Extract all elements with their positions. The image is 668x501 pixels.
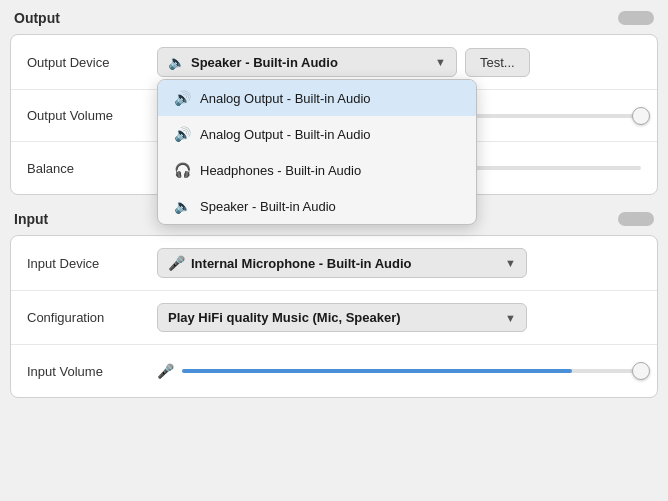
menu-item-icon-2: 🔊 — [172, 126, 192, 142]
input-device-label: Input Device — [27, 256, 157, 271]
output-card: Output Device 🔈 Speaker - Built-in Audio… — [10, 34, 658, 195]
input-device-value: Internal Microphone - Built-in Audio — [191, 256, 412, 271]
output-title: Output — [14, 10, 60, 26]
config-value: Play HiFi quality Music (Mic, Speaker) — [168, 310, 401, 325]
output-section: Output Output Device 🔈 Speaker - Built-i… — [10, 10, 658, 195]
input-section: Input Input Device 🎤 Internal Microphone… — [10, 211, 658, 398]
menu-item-icon-1: 🔊 — [172, 90, 192, 106]
test-button[interactable]: Test... — [465, 48, 530, 77]
input-device-dropdown[interactable]: 🎤 Internal Microphone - Built-in Audio ▼ — [157, 248, 527, 278]
config-label: Configuration — [27, 310, 157, 325]
menu-item-label-2: Analog Output - Built-in Audio — [200, 127, 371, 142]
input-toggle[interactable] — [618, 212, 654, 226]
menu-item-1[interactable]: 🔊 Analog Output - Built-in Audio — [158, 80, 476, 116]
output-volume-thumb[interactable] — [632, 107, 650, 125]
config-row: Configuration Play HiFi quality Music (M… — [11, 291, 657, 345]
input-volume-fill — [182, 369, 572, 373]
input-volume-track[interactable] — [182, 369, 641, 373]
input-device-content: 🎤 Internal Microphone - Built-in Audio ▼ — [157, 248, 641, 278]
menu-item-label-3: Headphones - Built-in Audio — [200, 163, 361, 178]
input-volume-content: 🎤 — [157, 363, 641, 379]
menu-item-icon-4: 🔈 — [172, 198, 192, 214]
config-dropdown[interactable]: Play HiFi quality Music (Mic, Speaker) ▼ — [157, 303, 527, 332]
menu-item-label-4: Speaker - Built-in Audio — [200, 199, 336, 214]
menu-item-4[interactable]: 🔈 Speaker - Built-in Audio — [158, 188, 476, 224]
input-card: Input Device 🎤 Internal Microphone - Bui… — [10, 235, 658, 398]
input-device-row: Input Device 🎤 Internal Microphone - Bui… — [11, 236, 657, 291]
output-device-menu: 🔊 Analog Output - Built-in Audio 🔊 Analo… — [157, 79, 477, 225]
input-title: Input — [14, 211, 48, 227]
input-volume-label: Input Volume — [27, 364, 157, 379]
config-content: Play HiFi quality Music (Mic, Speaker) ▼ — [157, 303, 641, 332]
input-device-icon: 🎤 — [168, 255, 185, 271]
output-device-label: Output Device — [27, 55, 157, 70]
output-device-dropdown-wrapper: 🔈 Speaker - Built-in Audio ▼ 🔊 Analog Ou… — [157, 47, 457, 77]
output-section-header: Output — [10, 10, 658, 26]
main-container: Output Output Device 🔈 Speaker - Built-i… — [10, 10, 658, 398]
config-arrow: ▼ — [505, 312, 516, 324]
output-device-row: Output Device 🔈 Speaker - Built-in Audio… — [11, 35, 657, 90]
input-volume-slider-container — [182, 369, 641, 373]
output-toggle[interactable] — [618, 11, 654, 25]
menu-item-3[interactable]: 🎧 Headphones - Built-in Audio — [158, 152, 476, 188]
output-device-content: 🔈 Speaker - Built-in Audio ▼ 🔊 Analog Ou… — [157, 47, 641, 77]
input-volume-row: Input Volume 🎤 — [11, 345, 657, 397]
output-device-value: Speaker - Built-in Audio — [191, 55, 338, 70]
balance-label: Balance — [27, 161, 157, 176]
output-device-arrow: ▼ — [435, 56, 446, 68]
menu-item-2[interactable]: 🔊 Analog Output - Built-in Audio — [158, 116, 476, 152]
menu-item-icon-3: 🎧 — [172, 162, 192, 178]
input-volume-icon: 🎤 — [157, 363, 174, 379]
output-volume-label: Output Volume — [27, 108, 157, 123]
output-device-icon: 🔈 — [168, 54, 185, 70]
output-device-dropdown[interactable]: 🔈 Speaker - Built-in Audio ▼ — [157, 47, 457, 77]
input-volume-thumb[interactable] — [632, 362, 650, 380]
menu-item-label-1: Analog Output - Built-in Audio — [200, 91, 371, 106]
input-device-arrow: ▼ — [505, 257, 516, 269]
